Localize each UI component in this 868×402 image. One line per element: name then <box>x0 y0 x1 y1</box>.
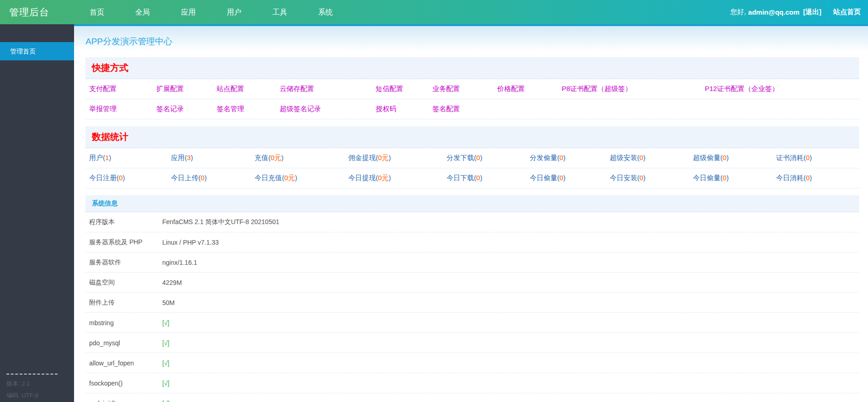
check-mark: [√] <box>162 339 169 347</box>
stat-today-download[interactable]: 今日下载0 <box>447 174 530 182</box>
shortcuts-row: 支付配置 扩展配置 站点配置 云储存配置 短信配置 业务配置 价格配置 P8证书… <box>85 79 859 99</box>
stat-apps[interactable]: 应用3 <box>171 154 255 162</box>
page-layout: 管理首页 版本: 2.1 编码: UTF-8 APP分发演示管理中心 快捷方式 … <box>0 24 868 402</box>
stat-recharge[interactable]: 充值0元 <box>255 154 348 162</box>
link-p8-cert-config[interactable]: P8证书配置（超级签） <box>562 85 705 93</box>
link-price-config[interactable]: 价格配置 <box>497 85 562 93</box>
stat-super-stolen[interactable]: 超级偷量0 <box>693 154 776 162</box>
sysinfo-row-mbstring: mbstring [√] <box>85 313 859 333</box>
info-label: 磁盘空间 <box>89 279 162 287</box>
shortcuts-section-title: 快捷方式 <box>85 57 859 79</box>
sidebar-footer-divider <box>6 374 58 375</box>
link-super-sign-records[interactable]: 超级签名记录 <box>280 105 376 113</box>
stat-today-install[interactable]: 今日安装0 <box>610 174 693 182</box>
link-sms-config[interactable]: 短信配置 <box>376 85 432 93</box>
shortcuts-row: 举报管理 签名记录 签名管理 超级签名记录 授权码 签名配置 <box>85 99 859 119</box>
info-label: pdo_mysql <box>89 339 162 347</box>
link-extend-config[interactable]: 扩展配置 <box>156 85 217 93</box>
check-mark: [√] <box>162 380 169 387</box>
stat-value: 0 <box>117 174 125 182</box>
stat-users[interactable]: 用户1 <box>89 154 171 162</box>
link-report-manage[interactable]: 举报管理 <box>89 105 156 113</box>
stat-downloads[interactable]: 分发下载0 <box>447 154 530 162</box>
info-label: 服务器软件 <box>89 258 162 267</box>
sysinfo-row-program-version: 程序版本 FenfaCMS 2.1 简体中文UTF-8 20210501 <box>85 212 859 232</box>
page-title: APP分发演示管理中心 <box>85 26 859 50</box>
sidebar-footer: 版本: 2.1 编码: UTF-8 <box>6 374 58 401</box>
stats-row-total: 用户1 应用3 充值0元 佣金提现0元 分发下载0 分发偷量0 超级安装0 超级… <box>85 148 859 168</box>
stat-value: 0 <box>720 154 729 161</box>
sidebar: 管理首页 版本: 2.1 编码: UTF-8 <box>0 24 74 402</box>
stat-value: 0 <box>637 174 645 182</box>
stat-today-stolen2[interactable]: 今日偷量0 <box>693 174 776 182</box>
link-p12-cert-config[interactable]: P12证书配置（企业签） <box>705 85 859 93</box>
stat-value: 0 <box>557 174 565 182</box>
stat-today-register[interactable]: 今日注册0 <box>89 174 171 182</box>
stat-super-install[interactable]: 超级安装0 <box>610 154 693 162</box>
stat-value: 0元 <box>376 154 391 161</box>
sysinfo-row-upload-limit: 附件上传 50M <box>85 293 859 313</box>
sysinfo-row-allow-url-fopen: allow_url_fopen [√] <box>85 353 859 373</box>
nav-item-tools[interactable]: 工具 <box>257 0 303 24</box>
stat-value: 0元 <box>282 174 297 182</box>
stat-today-upload[interactable]: 今日上传0 <box>171 174 255 182</box>
main-nav: 首页 全局 应用 用户 工具 系统 <box>74 0 348 24</box>
logout-link[interactable]: [退出] <box>803 8 821 16</box>
info-value: 4229M <box>162 279 182 286</box>
link-business-config[interactable]: 业务配置 <box>432 85 497 93</box>
sysinfo-row-curl-init: curl_init() [√] <box>85 393 859 402</box>
sysinfo-section-title: 系统信息 <box>85 195 859 212</box>
stat-today-recharge[interactable]: 今日充值0元 <box>255 174 348 182</box>
stat-cert-consume[interactable]: 证书消耗0 <box>776 154 859 162</box>
info-label: curl_init() <box>89 400 162 402</box>
link-site-config[interactable]: 站点配置 <box>217 85 280 93</box>
sidebar-item-admin-home[interactable]: 管理首页 <box>0 42 74 60</box>
stat-today-stolen[interactable]: 今日偷量0 <box>530 174 610 182</box>
sysinfo-section: 系统信息 程序版本 FenfaCMS 2.1 简体中文UTF-8 2021050… <box>85 195 859 402</box>
stat-value: 3 <box>185 154 193 161</box>
link-sign-config[interactable]: 签名配置 <box>432 105 497 113</box>
nav-item-users[interactable]: 用户 <box>211 0 257 24</box>
top-header: 管理后台 首页 全局 应用 用户 工具 系统 您好, admin@qq.com … <box>0 0 868 24</box>
info-value: FenfaCMS 2.1 简体中文UTF-8 20210501 <box>162 218 279 226</box>
sidebar-version-text: 版本: 2.1 <box>6 378 58 389</box>
nav-item-system[interactable]: 系统 <box>303 0 348 24</box>
link-auth-code[interactable]: 授权码 <box>376 105 432 113</box>
link-sign-manage[interactable]: 签名管理 <box>217 105 280 113</box>
link-sign-records[interactable]: 签名记录 <box>156 105 217 113</box>
stat-value: 0 <box>804 174 812 182</box>
info-label: 服务器系统及 PHP <box>89 238 162 247</box>
stat-value: 0 <box>474 154 482 161</box>
user-email: admin@qq.com <box>748 8 799 16</box>
nav-item-global[interactable]: 全局 <box>120 0 165 24</box>
info-value: Linux / PHP v7.1.33 <box>162 239 218 246</box>
link-pay-config[interactable]: 支付配置 <box>89 85 156 93</box>
sysinfo-row-server-os-php: 服务器系统及 PHP Linux / PHP v7.1.33 <box>85 232 859 252</box>
nav-item-apps[interactable]: 应用 <box>165 0 211 24</box>
stat-value: 0 <box>198 174 207 182</box>
nav-item-home[interactable]: 首页 <box>74 0 120 24</box>
info-label: mbstring <box>89 319 162 327</box>
stat-value: 0 <box>804 154 812 161</box>
check-mark: [√] <box>162 359 169 367</box>
stat-value: 0 <box>720 174 729 182</box>
stat-commission[interactable]: 佣金提现0元 <box>348 154 447 162</box>
main-content: APP分发演示管理中心 快捷方式 支付配置 扩展配置 站点配置 云储存配置 短信… <box>74 24 868 402</box>
info-label: allow_url_fopen <box>89 359 162 367</box>
sysinfo-row-fsockopen: fsockopen() [√] <box>85 373 859 393</box>
info-label: 程序版本 <box>89 218 162 226</box>
stat-value: 0 <box>474 174 482 182</box>
app-logo: 管理后台 <box>0 6 74 19</box>
stats-row-today: 今日注册0 今日上传0 今日充值0元 今日提现0元 今日下载0 今日偷量0 今日… <box>85 168 859 188</box>
stats-section: 数据统计 用户1 应用3 充值0元 佣金提现0元 分发下载0 分发偷量0 超级安… <box>85 126 859 188</box>
link-cloud-storage[interactable]: 云储存配置 <box>280 85 376 93</box>
stat-stolen[interactable]: 分发偷量0 <box>530 154 610 162</box>
stat-today-consume[interactable]: 今日消耗0 <box>776 174 859 182</box>
site-home-link[interactable]: 站点首页 <box>833 8 861 16</box>
stats-section-title: 数据统计 <box>85 126 859 148</box>
stat-today-withdraw[interactable]: 今日提现0元 <box>348 174 447 182</box>
sysinfo-row-server-software: 服务器软件 nginx/1.16.1 <box>85 252 859 273</box>
check-mark: [√] <box>162 400 169 402</box>
greeting-text: 您好, <box>730 8 746 16</box>
info-value: 50M <box>162 299 175 306</box>
